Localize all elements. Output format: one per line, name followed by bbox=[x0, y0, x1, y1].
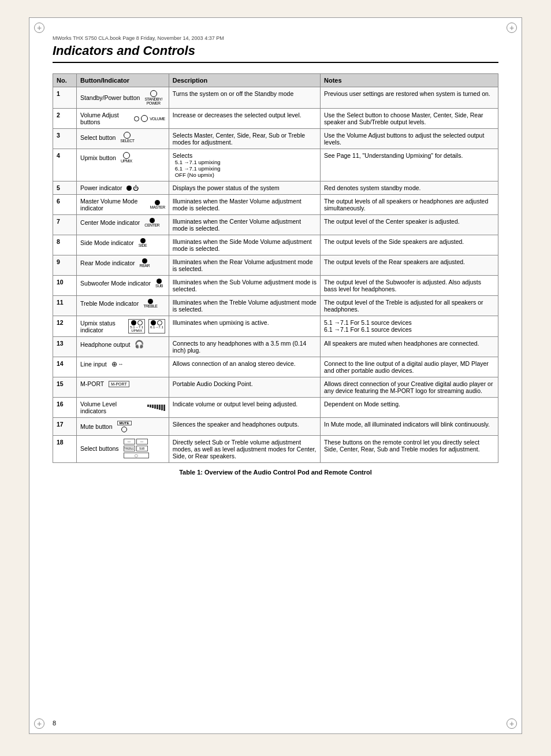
row-button: Upmix status indicator 5.1→7.1 UPMIX 6.1… bbox=[77, 316, 169, 337]
master-volume-label: Master Volume Mode indicator bbox=[80, 198, 146, 212]
corner-mark-tr bbox=[507, 23, 517, 33]
corner-mark-bl bbox=[34, 718, 44, 729]
row-description: Illuminates when upmixing is active. bbox=[169, 316, 320, 337]
row-notes: These buttons on the remote control let … bbox=[321, 436, 498, 463]
upmix-status-label: Upmix status indicator bbox=[80, 320, 124, 333]
row-button: Center Mode indicator CENTER bbox=[77, 215, 169, 235]
row-button: Upmix button UPMIX bbox=[77, 149, 169, 181]
upmix-status-icon: 5.1→7.1 UPMIX 6.1→7.1 bbox=[128, 319, 165, 333]
table-row: 14 Line input ⊕ ↔ Allows connection of a… bbox=[53, 357, 498, 377]
row-notes: Use the Volume Adjust buttons to adjust … bbox=[321, 129, 498, 149]
row-button: Select button SELECT bbox=[77, 129, 169, 149]
title-divider bbox=[53, 62, 498, 63]
row-description: Illuminates when the Side Mode Volume ad… bbox=[169, 235, 320, 255]
table-row: 4 Upmix button UPMIX Selects 5.1 →7.1 up… bbox=[53, 149, 498, 181]
filename-label: MWorks THX S750 CLA.book Page 8 Friday, … bbox=[53, 35, 224, 41]
power-indicator-label: Power indicator bbox=[80, 184, 122, 191]
row-button: Volume Adjust buttons VOLUME bbox=[77, 109, 169, 129]
row-button: Master Volume Mode indicator MASTER bbox=[77, 195, 169, 215]
row-notes: The output level of the Subwoofer is adj… bbox=[321, 276, 498, 296]
table-row: 15 M-PORT M-PORT Portable Audio Docking … bbox=[53, 377, 498, 398]
row-no: 10 bbox=[53, 276, 77, 296]
table-row: 17 Mute button MUTE Silences the speaker… bbox=[53, 418, 498, 436]
row-notes: The output level of the Center speaker i… bbox=[321, 215, 498, 235]
row-button: Side Mode indicator SIDE bbox=[77, 235, 169, 255]
standby-power-icon: STANDBY/POWER bbox=[144, 90, 162, 105]
corner-mark-br bbox=[507, 718, 517, 729]
side-mode-label: Side Mode indicator bbox=[80, 239, 134, 246]
row-notes: All speakers are muted when headphones a… bbox=[321, 337, 498, 357]
row-description: Turns the system on or off the Standby m… bbox=[169, 87, 320, 109]
row-description: Illuminates when the Rear Volume adjustm… bbox=[169, 255, 320, 276]
headphone-output-label: Headphone output bbox=[80, 341, 130, 348]
row-button: Treble Mode indicator TREBLE bbox=[77, 296, 169, 316]
row-button: Power indicator ⏻ bbox=[77, 181, 169, 195]
mute-btn-label: Mute button bbox=[80, 423, 112, 430]
upmix-options: 5.1 →7.1 upmixing 6.1 →7.1 upmixing OFF … bbox=[175, 159, 317, 178]
upmix-button-icon: UPMIX bbox=[121, 152, 132, 163]
volume-level-icon bbox=[147, 405, 165, 411]
row-description: Illuminates when the Treble Volume adjus… bbox=[169, 296, 320, 316]
row-no: 3 bbox=[53, 129, 77, 149]
row-notes: Use the Select button to choose Master, … bbox=[321, 109, 498, 129]
row-description: Silences the speaker and headphones outp… bbox=[169, 418, 320, 436]
treble-mode-label: Treble Mode indicator bbox=[80, 300, 139, 307]
row-no: 5 bbox=[53, 181, 77, 195]
corner-mark-tl bbox=[34, 23, 44, 33]
row-no: 6 bbox=[53, 195, 77, 215]
row-description: Allows connection of an analog stereo de… bbox=[169, 357, 320, 377]
row-no: 7 bbox=[53, 215, 77, 235]
row-no: 16 bbox=[53, 398, 77, 418]
page-border: MWorks THX S750 CLA.book Page 8 Friday, … bbox=[29, 17, 522, 734]
row-button: Headphone output 🎧 bbox=[77, 337, 169, 357]
row-notes: The output levels of all speakers or hea… bbox=[321, 195, 498, 215]
table-row: 5 Power indicator ⏻ Displays the power s… bbox=[53, 181, 498, 195]
row-no: 13 bbox=[53, 337, 77, 357]
mport-label: M-PORT bbox=[80, 380, 104, 387]
table-row: 11 Treble Mode indicator TREBLE Illumina… bbox=[53, 296, 498, 316]
row-notes: Connect to the line output of a digital … bbox=[321, 357, 498, 377]
table-row: 12 Upmix status indicator 5.1→7.1 UPMIX bbox=[53, 316, 498, 337]
row-description: Displays the power status of the system bbox=[169, 181, 320, 195]
treble-mode-icon: TREBLE bbox=[143, 299, 157, 308]
row-button: Mute button MUTE bbox=[77, 418, 169, 436]
row-no: 4 bbox=[53, 149, 77, 181]
master-volume-icon: MASTER bbox=[150, 200, 165, 209]
header-notes: Notes bbox=[321, 74, 498, 87]
row-description: Indicate volume or output level being ad… bbox=[169, 398, 320, 418]
row-notes: Dependent on Mode setting. bbox=[321, 398, 498, 418]
table-row: 2 Volume Adjust buttons VOLUME Increase … bbox=[53, 109, 498, 129]
table-row: 3 Select button SELECT Selects Master, C… bbox=[53, 129, 498, 149]
subwoofer-mode-label: Subwoofer Mode indicator bbox=[80, 280, 151, 287]
row-no: 9 bbox=[53, 255, 77, 276]
row-button: Rear Mode indicator REAR bbox=[77, 255, 169, 276]
row-notes: The output levels of the Side speakers a… bbox=[321, 235, 498, 255]
select-buttons-label: Select buttons bbox=[80, 445, 119, 452]
table-row: 9 Rear Mode indicator REAR Illuminates w… bbox=[53, 255, 498, 276]
row-description: Illuminates when the Sub Volume adjustme… bbox=[169, 276, 320, 296]
upmix-btn-label: Upmix button bbox=[80, 154, 116, 161]
row-no: 17 bbox=[53, 418, 77, 436]
row-notes: Allows direct connection of your Creativ… bbox=[321, 377, 498, 398]
row-notes: Red denotes system standby mode. bbox=[321, 181, 498, 195]
mport-icon: M-PORT bbox=[109, 381, 129, 387]
row-notes: See Page 11, "Understanding Upmixing" fo… bbox=[321, 149, 498, 181]
table-row: 6 Master Volume Mode indicator MASTER Il… bbox=[53, 195, 498, 215]
mute-button-icon: MUTE bbox=[117, 421, 132, 432]
select-buttons-icon: — — TREBLE SUB ◯ bbox=[124, 439, 149, 458]
row-button: Subwoofer Mode indicator SUB bbox=[77, 276, 169, 296]
row-no: 2 bbox=[53, 109, 77, 129]
row-no: 12 bbox=[53, 316, 77, 337]
table-row: 18 Select buttons — — TREBLE SUB bbox=[53, 436, 498, 463]
table-row: 7 Center Mode indicator CENTER Illuminat… bbox=[53, 215, 498, 235]
row-description: Selects 5.1 →7.1 upmixing 6.1 →7.1 upmix… bbox=[169, 149, 320, 181]
header-button: Button/Indicator bbox=[77, 74, 169, 87]
row-description: Illuminates when the Master Volume adjus… bbox=[169, 195, 320, 215]
rear-mode-label: Rear Mode indicator bbox=[80, 260, 135, 266]
page-header-bar: MWorks THX S750 CLA.book Page 8 Friday, … bbox=[53, 35, 498, 41]
row-no: 14 bbox=[53, 357, 77, 377]
row-notes: In Mute mode, all illuminated indicators… bbox=[321, 418, 498, 436]
subwoofer-mode-icon: SUB bbox=[155, 279, 163, 288]
row-button: M-PORT M-PORT bbox=[77, 377, 169, 398]
row-notes: The output levels of the Rear speakers a… bbox=[321, 255, 498, 276]
